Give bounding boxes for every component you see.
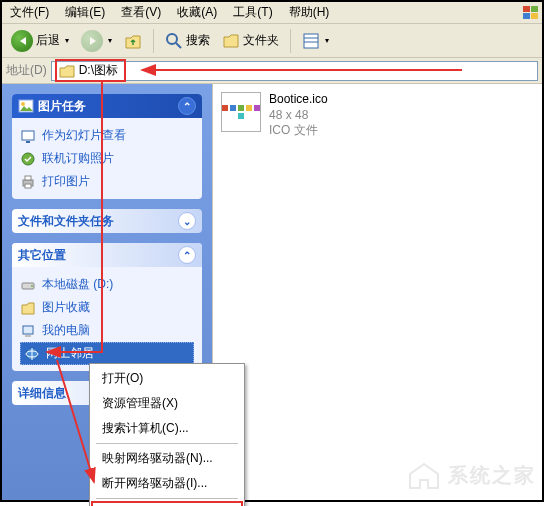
task-local-disk[interactable]: 本地磁盘 (D:) bbox=[20, 273, 194, 296]
toolbar: 后退 ▾ ▾ 搜索 文件夹 ▾ bbox=[2, 24, 542, 58]
address-bar: 地址(D) D:\图标 bbox=[2, 58, 542, 84]
address-label: 地址(D) bbox=[6, 62, 47, 79]
forward-button[interactable]: ▾ bbox=[76, 27, 117, 55]
svg-point-10 bbox=[21, 102, 25, 106]
task-my-computer[interactable]: 我的电脑 bbox=[20, 319, 194, 342]
svg-line-5 bbox=[176, 43, 181, 48]
address-field[interactable]: D:\图标 bbox=[51, 61, 538, 81]
folder-content[interactable]: Bootice.ico 48 x 48 ICO 文件 bbox=[212, 84, 542, 500]
svg-rect-3 bbox=[531, 13, 538, 19]
search-button[interactable]: 搜索 bbox=[160, 29, 215, 53]
panel-header[interactable]: 其它位置 ⌃ bbox=[12, 243, 202, 267]
panel-file-folder-tasks: 文件和文件夹任务 ⌄ bbox=[12, 209, 202, 233]
task-picture-collection[interactable]: 图片收藏 bbox=[20, 296, 194, 319]
file-dimensions: 48 x 48 bbox=[269, 108, 328, 124]
folders-button[interactable]: 文件夹 bbox=[217, 29, 284, 53]
menu-view[interactable]: 查看(V) bbox=[113, 2, 169, 23]
chevron-down-icon: ▾ bbox=[325, 36, 329, 45]
menu-help[interactable]: 帮助(H) bbox=[281, 2, 338, 23]
chevron-down-icon: ▾ bbox=[108, 36, 112, 45]
drive-icon bbox=[20, 277, 36, 293]
cm-separator bbox=[96, 498, 238, 499]
up-button[interactable] bbox=[119, 29, 147, 53]
views-button[interactable]: ▾ bbox=[297, 29, 334, 53]
toolbar-separator bbox=[290, 29, 291, 53]
file-name: Bootice.ico bbox=[269, 92, 328, 108]
task-network-neighborhood[interactable]: 网上邻居 bbox=[20, 342, 194, 365]
order-prints-icon bbox=[20, 151, 36, 167]
forward-arrow-icon bbox=[81, 30, 103, 52]
network-icon bbox=[24, 346, 40, 362]
collapse-icon[interactable]: ⌃ bbox=[178, 97, 196, 115]
toolbar-separator bbox=[153, 29, 154, 53]
address-path: D:\图标 bbox=[79, 62, 118, 79]
svg-point-4 bbox=[167, 34, 177, 44]
menu-edit[interactable]: 编辑(E) bbox=[57, 2, 113, 23]
svg-rect-1 bbox=[531, 6, 538, 12]
file-meta: Bootice.ico 48 x 48 ICO 文件 bbox=[269, 92, 328, 139]
panel-other-places: 其它位置 ⌃ 本地磁盘 (D:) 图片收藏 我的电脑 bbox=[12, 243, 202, 371]
search-icon bbox=[165, 32, 183, 50]
folder-icon bbox=[59, 64, 75, 78]
context-menu: 打开(O) 资源管理器(X) 搜索计算机(C)... 映射网络驱动器(N)...… bbox=[89, 363, 245, 506]
back-arrow-icon bbox=[11, 30, 33, 52]
print-icon bbox=[20, 174, 36, 190]
menubar: 文件(F) 编辑(E) 查看(V) 收藏(A) 工具(T) 帮助(H) bbox=[2, 2, 542, 24]
file-type: ICO 文件 bbox=[269, 123, 328, 139]
svg-rect-15 bbox=[25, 176, 31, 180]
svg-rect-12 bbox=[26, 141, 30, 143]
panel-header[interactable]: 文件和文件夹任务 ⌄ bbox=[12, 209, 202, 233]
menu-favorites[interactable]: 收藏(A) bbox=[169, 2, 225, 23]
task-slideshow[interactable]: 作为幻灯片查看 bbox=[20, 124, 194, 147]
svg-rect-6 bbox=[304, 34, 318, 48]
svg-rect-16 bbox=[25, 184, 31, 188]
svg-rect-20 bbox=[25, 335, 31, 337]
menu-tools[interactable]: 工具(T) bbox=[225, 2, 280, 23]
folders-icon bbox=[222, 32, 240, 50]
computer-icon bbox=[20, 323, 36, 339]
slideshow-icon bbox=[20, 128, 36, 144]
cm-search-computer[interactable]: 搜索计算机(C)... bbox=[92, 416, 242, 441]
cm-explorer[interactable]: 资源管理器(X) bbox=[92, 391, 242, 416]
file-item[interactable]: Bootice.ico 48 x 48 ICO 文件 bbox=[221, 92, 534, 139]
windows-flag-icon bbox=[520, 4, 542, 22]
svg-rect-0 bbox=[523, 6, 530, 12]
svg-point-18 bbox=[31, 285, 33, 287]
svg-rect-11 bbox=[22, 131, 34, 140]
chevron-down-icon: ▾ bbox=[65, 36, 69, 45]
up-folder-icon bbox=[124, 32, 142, 50]
back-button[interactable]: 后退 ▾ bbox=[6, 27, 74, 55]
cm-separator bbox=[96, 443, 238, 444]
collapse-icon[interactable]: ⌃ bbox=[178, 246, 196, 264]
watermark: 系统之家 bbox=[406, 460, 536, 490]
address-highlight-annotation: D:\图标 bbox=[55, 59, 126, 82]
expand-icon[interactable]: ⌄ bbox=[178, 212, 196, 230]
task-print[interactable]: 打印图片 bbox=[20, 170, 194, 193]
cm-highlight-annotation: 属性(R) bbox=[91, 501, 243, 506]
svg-rect-2 bbox=[523, 13, 530, 19]
svg-rect-19 bbox=[23, 326, 33, 334]
panel-picture-tasks: 图片任务 ⌃ 作为幻灯片查看 联机订购照片 打印图片 bbox=[12, 94, 202, 199]
task-order-prints[interactable]: 联机订购照片 bbox=[20, 147, 194, 170]
panel-header[interactable]: 图片任务 ⌃ bbox=[12, 94, 202, 118]
pictures-icon bbox=[20, 300, 36, 316]
cm-disconnect-network-drive[interactable]: 断开网络驱动器(I)... bbox=[92, 471, 242, 496]
views-icon bbox=[302, 32, 320, 50]
cm-map-network-drive[interactable]: 映射网络驱动器(N)... bbox=[92, 446, 242, 471]
house-icon bbox=[406, 460, 442, 490]
cm-open[interactable]: 打开(O) bbox=[92, 366, 242, 391]
pictures-icon bbox=[18, 99, 34, 113]
menu-file[interactable]: 文件(F) bbox=[2, 2, 57, 23]
ico-file-icon bbox=[221, 92, 261, 132]
client-area: 图片任务 ⌃ 作为幻灯片查看 联机订购照片 打印图片 bbox=[2, 84, 542, 500]
